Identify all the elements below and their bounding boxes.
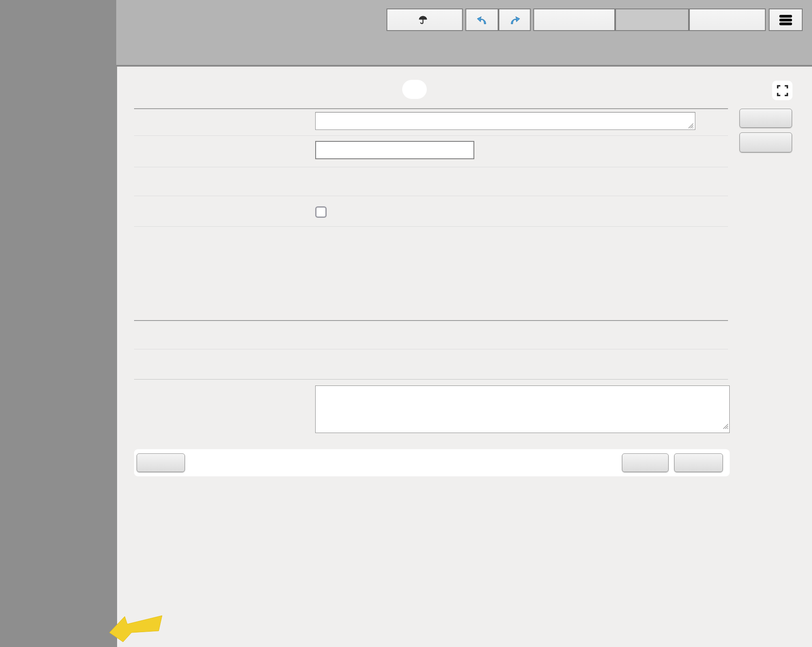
divider — [134, 226, 728, 227]
redo-button[interactable] — [498, 8, 531, 31]
hamburger-menu-button[interactable] — [769, 8, 803, 31]
divider — [134, 108, 728, 109]
form-button-bar — [134, 449, 730, 476]
divider — [134, 135, 728, 136]
run-script-button[interactable] — [739, 132, 792, 152]
name-input[interactable] — [315, 141, 474, 159]
undo-button[interactable] — [465, 8, 498, 31]
tab-terminal[interactable] — [689, 8, 766, 31]
comment-input[interactable] — [315, 112, 695, 130]
divider — [134, 320, 728, 321]
remove-button[interactable] — [739, 109, 792, 128]
hamburger-icon — [778, 14, 793, 26]
fullscreen-button[interactable] — [772, 81, 792, 100]
toolbar — [386, 8, 803, 31]
tab-webfig[interactable] — [615, 8, 689, 31]
webfig-app — [0, 0, 812, 647]
undo-icon — [476, 13, 489, 26]
redo-icon — [508, 13, 521, 26]
top-bar — [116, 0, 812, 66]
quick-set-button[interactable] — [533, 8, 615, 31]
sidebar — [0, 0, 116, 647]
umbrella-icon — [417, 14, 428, 25]
dont-require-permissions-checkbox[interactable] — [315, 206, 327, 218]
fullscreen-icon — [777, 85, 788, 96]
divider — [134, 196, 728, 196]
source-textarea[interactable] — [315, 385, 730, 433]
resize-handle[interactable] — [723, 423, 728, 431]
cancel-button[interactable] — [137, 453, 185, 472]
safe-mode-button[interactable] — [386, 8, 463, 31]
resize-handle[interactable] — [688, 123, 694, 130]
divider — [134, 379, 728, 380]
divider — [134, 349, 728, 349]
ok-button[interactable] — [674, 453, 723, 472]
script-form — [117, 67, 812, 647]
apply-button[interactable] — [622, 453, 669, 472]
status-badge — [402, 80, 427, 99]
divider — [134, 167, 728, 167]
annotation-arrow — [108, 609, 165, 646]
